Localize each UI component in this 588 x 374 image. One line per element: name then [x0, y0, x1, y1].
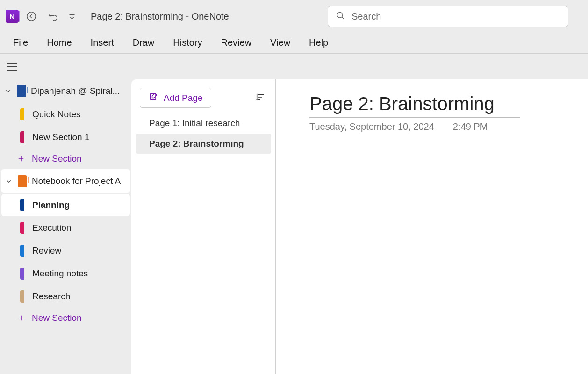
- add-page-icon: [149, 92, 158, 104]
- sort-pages-button[interactable]: [253, 91, 267, 105]
- section-color-tab: [20, 222, 24, 234]
- add-page-label: Add Page: [164, 93, 202, 103]
- search-input[interactable]: [351, 11, 560, 22]
- menu-help[interactable]: Help: [300, 33, 337, 53]
- page-canvas[interactable]: Page 2: Brainstorming Tuesday, September…: [276, 79, 588, 374]
- notebook-icon: [17, 85, 26, 97]
- new-section-button[interactable]: New Section: [0, 149, 131, 169]
- section-label: Review: [32, 246, 61, 256]
- section-item[interactable]: Research: [1, 285, 130, 308]
- section-color-tab: [20, 131, 24, 143]
- new-section-label: New Section: [32, 313, 82, 323]
- notebook-item[interactable]: Notebook for Project A: [1, 169, 130, 193]
- section-item[interactable]: Execution: [1, 217, 130, 239]
- notebook-item[interactable]: Dipanjenah @ Spiral...: [0, 79, 131, 103]
- section-label: New Section 1: [32, 132, 90, 142]
- section-label: Execution: [32, 223, 71, 233]
- menu-file[interactable]: File: [4, 33, 37, 53]
- page-title[interactable]: Page 2: Brainstorming: [309, 79, 588, 114]
- section-label: Planning: [32, 200, 70, 210]
- section-item[interactable]: Review: [1, 240, 130, 262]
- page-date: Tuesday, September 10, 2024: [309, 121, 434, 132]
- add-page-button[interactable]: Add Page: [140, 88, 211, 108]
- back-button[interactable]: [22, 7, 40, 25]
- section-color-tab: [20, 290, 24, 303]
- menu-view[interactable]: View: [261, 33, 300, 53]
- svg-point-1: [337, 12, 343, 18]
- section-color-tab: [20, 245, 24, 257]
- page-time: 2:49 PM: [453, 121, 488, 132]
- chevron-down-icon[interactable]: [5, 177, 13, 185]
- section-label: Meeting notes: [32, 268, 88, 279]
- menu-draw[interactable]: Draw: [123, 33, 164, 53]
- section-item[interactable]: Meeting notes: [1, 262, 130, 285]
- plus-icon: [17, 155, 25, 163]
- notebook-pane: Dipanjenah @ Spiral... Quick Notes New S…: [0, 79, 131, 374]
- search-box[interactable]: [328, 6, 568, 27]
- menu-home[interactable]: Home: [37, 33, 81, 53]
- title-underline: [309, 117, 520, 118]
- section-color-tab: [20, 108, 24, 120]
- navigation-row: [0, 54, 588, 79]
- chevron-down-icon[interactable]: [4, 87, 12, 95]
- section-color-tab: [20, 199, 24, 211]
- section-item[interactable]: New Section 1: [1, 126, 130, 148]
- pages-pane: Add Page Page 1: Initial researchPage 2:…: [131, 79, 276, 374]
- page-item[interactable]: Page 1: Initial research: [136, 113, 271, 133]
- section-item[interactable]: Planning: [1, 194, 130, 216]
- page-item[interactable]: Page 2: Brainstorming: [136, 134, 271, 154]
- menu-history[interactable]: History: [164, 33, 211, 53]
- title-bar: N Page 2: Brainstorming - OneNote: [0, 0, 588, 33]
- menu-review[interactable]: Review: [212, 33, 261, 53]
- section-item[interactable]: Quick Notes: [1, 103, 130, 126]
- quick-access-dropdown[interactable]: [65, 7, 79, 25]
- notebook-label: Notebook for Project A: [32, 176, 126, 186]
- svg-point-0: [27, 12, 36, 21]
- ribbon-tabs: FileHomeInsertDrawHistoryReviewViewHelp: [0, 33, 588, 54]
- navigation-toggle-button[interactable]: [4, 59, 20, 75]
- search-icon: [336, 11, 345, 22]
- onenote-app-icon: N: [6, 10, 19, 23]
- plus-icon: [17, 314, 25, 322]
- window-title: Page 2: Brainstorming - OneNote: [91, 11, 229, 22]
- new-section-label: New Section: [32, 154, 82, 164]
- section-label: Research: [32, 291, 70, 302]
- section-label: Quick Notes: [32, 109, 80, 120]
- section-color-tab: [20, 268, 24, 280]
- notebook-icon: [18, 175, 27, 187]
- menu-insert[interactable]: Insert: [81, 33, 123, 53]
- undo-button[interactable]: [44, 7, 62, 25]
- new-section-button[interactable]: New Section: [0, 308, 131, 328]
- main-area: Dipanjenah @ Spiral... Quick Notes New S…: [0, 79, 588, 374]
- page-meta: Tuesday, September 10, 2024 2:49 PM: [309, 121, 588, 132]
- notebook-label: Dipanjenah @ Spiral...: [31, 86, 127, 96]
